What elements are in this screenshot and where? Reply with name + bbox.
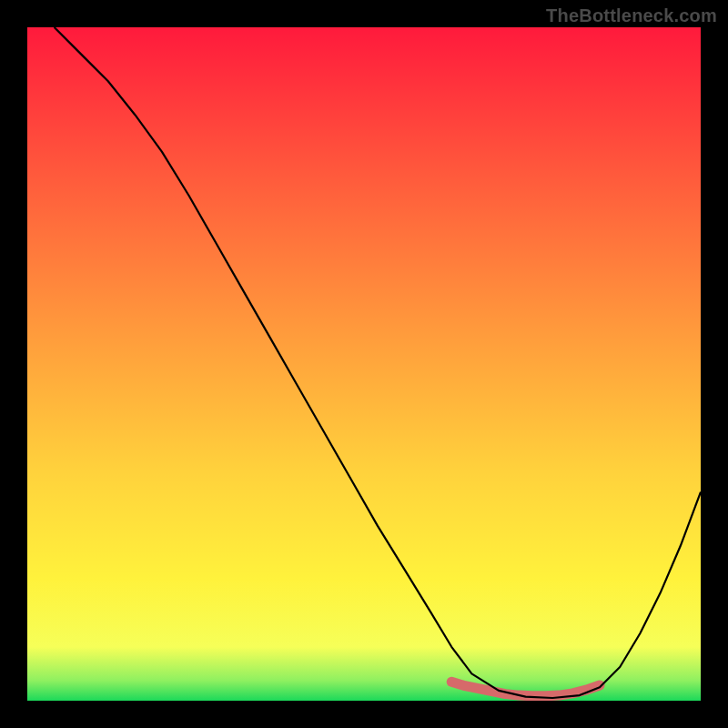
chart-canvas [27, 27, 701, 701]
chart-background [27, 27, 701, 701]
bottleneck-curve-chart [27, 27, 701, 701]
watermark-text: TheBottleneck.com [546, 5, 717, 26]
